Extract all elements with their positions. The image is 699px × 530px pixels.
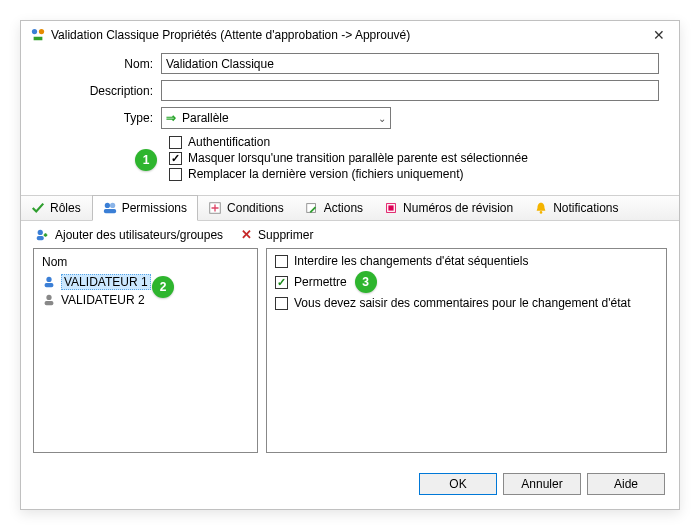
users-icon: [103, 201, 117, 215]
svg-rect-12: [37, 235, 44, 239]
delete-icon: ✕: [241, 227, 252, 242]
check-icon: [31, 201, 45, 215]
user-row-1[interactable]: VALIDATEUR 1: [40, 273, 251, 291]
title-bar: Validation Classique Propriétés (Attente…: [21, 21, 679, 49]
users-header: Nom: [40, 253, 251, 273]
svg-rect-9: [388, 205, 393, 210]
select-type[interactable]: ⇒ Parallèle ⌄: [161, 107, 391, 129]
select-type-value: Parallèle: [182, 111, 229, 125]
bell-icon: [534, 201, 548, 215]
tab-permissions[interactable]: Permissions: [92, 195, 198, 221]
label-name: Nom:: [41, 57, 161, 71]
checkbox-must-comment[interactable]: [275, 297, 288, 310]
svg-rect-16: [45, 301, 54, 305]
label-replace: Remplacer la dernière version (fichiers …: [188, 167, 463, 181]
dialog-window: Validation Classique Propriétés (Attente…: [20, 20, 680, 510]
svg-point-0: [32, 29, 37, 34]
sub-toolbar: Ajouter des utilisateurs/groupes ✕ Suppr…: [21, 221, 679, 248]
svg-point-1: [39, 29, 44, 34]
input-name[interactable]: [161, 53, 659, 74]
add-user-icon: [35, 228, 49, 242]
checkbox-allow[interactable]: [275, 276, 288, 289]
callout-1: 1: [135, 149, 157, 171]
svg-point-13: [46, 277, 51, 282]
label-type: Type:: [41, 111, 161, 125]
svg-point-10: [540, 211, 543, 214]
checkbox-deny-seq[interactable]: [275, 255, 288, 268]
tab-bar: Rôles Permissions Conditions Actions Num…: [21, 195, 679, 221]
window-title: Validation Classique Propriétés (Attente…: [51, 28, 643, 42]
cancel-button[interactable]: Annuler: [503, 473, 581, 495]
tab-roles[interactable]: Rôles: [21, 196, 92, 220]
permissions-pane: Interdire les changements d'état séquent…: [266, 248, 667, 453]
add-users-button[interactable]: Ajouter des utilisateurs/groupes: [35, 228, 223, 242]
form-area: Nom: Description: Type: ⇒ Parallèle ⌄ Au…: [21, 49, 679, 191]
label-must-comment: Vous devez saisir des commentaires pour …: [294, 296, 630, 310]
callout-3: 3: [355, 271, 377, 293]
close-button[interactable]: ✕: [649, 27, 669, 43]
label-description: Description:: [41, 84, 161, 98]
svg-rect-14: [45, 283, 54, 287]
ok-button[interactable]: OK: [419, 473, 497, 495]
input-description[interactable]: [161, 80, 659, 101]
user-icon: [42, 275, 56, 289]
label-mask: Masquer lorsqu'une transition parallèle …: [188, 151, 528, 165]
chevron-down-icon: ⌄: [378, 113, 386, 124]
user-row-2[interactable]: VALIDATEUR 2: [40, 292, 251, 308]
parallel-icon: ⇒: [166, 111, 176, 125]
svg-point-4: [110, 203, 115, 208]
user-icon: [42, 293, 56, 307]
svg-point-15: [46, 295, 51, 300]
delete-button[interactable]: ✕ Supprimer: [241, 227, 313, 242]
checkbox-auth[interactable]: [169, 136, 182, 149]
tab-actions[interactable]: Actions: [295, 196, 374, 220]
svg-point-3: [104, 203, 109, 208]
content-panes: Nom VALIDATEUR 1 VALIDATEUR 2 2 Interdir…: [21, 248, 679, 465]
app-icon: [31, 28, 45, 42]
svg-point-11: [38, 229, 43, 234]
tab-conditions[interactable]: Conditions: [198, 196, 295, 220]
users-pane: Nom VALIDATEUR 1 VALIDATEUR 2 2: [33, 248, 258, 453]
actions-icon: [305, 201, 319, 215]
label-auth: Authentification: [188, 135, 270, 149]
callout-2: 2: [152, 276, 174, 298]
tab-revisions[interactable]: Numéros de révision: [374, 196, 524, 220]
tab-notifications[interactable]: Notifications: [524, 196, 629, 220]
svg-rect-2: [34, 37, 43, 41]
checkbox-replace[interactable]: [169, 168, 182, 181]
checkbox-mask[interactable]: [169, 152, 182, 165]
label-allow: Permettre: [294, 275, 347, 289]
label-deny-seq: Interdire les changements d'état séquent…: [294, 254, 528, 268]
revision-icon: [384, 201, 398, 215]
conditions-icon: [208, 201, 222, 215]
dialog-buttons: OK Annuler Aide: [21, 465, 679, 509]
svg-rect-5: [104, 209, 116, 213]
help-button[interactable]: Aide: [587, 473, 665, 495]
